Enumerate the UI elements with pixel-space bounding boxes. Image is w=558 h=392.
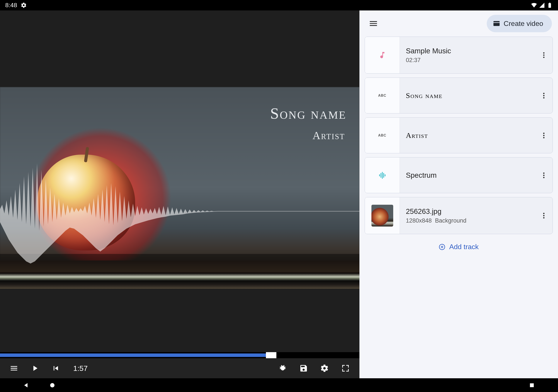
track-title: Song name [406, 92, 529, 100]
svg-rect-24 [530, 383, 534, 387]
spectrum-icon [378, 171, 386, 179]
playback-time: 1:57 [73, 364, 88, 373]
track-icon-cell: ABC [365, 78, 400, 113]
svg-point-17 [543, 213, 544, 214]
bug-icon [278, 364, 287, 373]
fullscreen-button[interactable] [338, 360, 353, 376]
play-button[interactable] [27, 360, 43, 376]
svg-point-4 [543, 95, 544, 96]
battery-icon [547, 2, 553, 8]
hamburger-icon [9, 364, 18, 373]
back-triangle-icon [23, 382, 29, 389]
skip-previous-icon [52, 364, 60, 373]
svg-point-3 [543, 93, 544, 94]
nav-back-button[interactable] [13, 378, 39, 392]
track-icon-cell: ABC [365, 118, 400, 153]
track-more-button[interactable] [535, 118, 553, 153]
track-list: Sample Music 02:37 ABC Song name [359, 37, 558, 234]
track-title: Spectrum [406, 171, 529, 179]
save-button[interactable] [296, 360, 312, 376]
menu-button[interactable] [6, 360, 22, 376]
android-status-bar: 8:48 [0, 0, 558, 10]
gear-icon [320, 364, 329, 373]
add-track-label: Add track [449, 243, 479, 251]
plus-circle-icon [439, 244, 445, 250]
track-card-text-artist[interactable]: ABC Artist [365, 117, 553, 153]
more-vert-icon [543, 92, 545, 99]
track-card-spectrum[interactable]: Spectrum [365, 157, 553, 193]
playback-progress[interactable] [0, 352, 359, 358]
track-title: Artist [406, 131, 529, 140]
svg-point-0 [543, 52, 544, 54]
preview-song-title: Song name [270, 104, 346, 123]
skip-previous-button[interactable] [48, 360, 64, 376]
more-vert-icon [543, 172, 545, 179]
track-more-button[interactable] [535, 197, 553, 234]
svg-point-23 [50, 383, 54, 387]
svg-point-1 [543, 54, 544, 56]
nav-recents-button[interactable] [519, 378, 545, 392]
clapperboard-icon [493, 20, 500, 27]
svg-point-7 [543, 135, 544, 136]
abc-icon: ABC [378, 134, 386, 137]
svg-point-14 [543, 172, 544, 174]
svg-point-8 [543, 137, 544, 138]
signal-icon [539, 2, 545, 8]
track-more-button[interactable] [535, 157, 553, 193]
more-vert-icon [543, 52, 545, 58]
track-duration: 02:37 [406, 57, 529, 64]
svg-point-5 [543, 97, 544, 98]
track-title: 256263.jpg [406, 207, 529, 216]
wifi-icon [531, 2, 537, 8]
track-card-image[interactable]: 256263.jpg 1280x848 Background [365, 197, 553, 234]
track-thumbnail-cell [365, 197, 400, 234]
status-clock: 8:48 [5, 2, 17, 9]
svg-point-15 [543, 174, 544, 176]
music-note-icon [378, 51, 386, 59]
play-icon [31, 364, 39, 373]
android-nav-bar [0, 378, 558, 392]
preview-pane: Song name Artist 1:57 [0, 10, 359, 378]
svg-point-19 [543, 217, 544, 218]
progress-handle[interactable] [266, 352, 276, 358]
track-icon-cell [365, 157, 400, 193]
nav-home-button[interactable] [39, 378, 65, 392]
image-thumbnail [371, 205, 393, 227]
track-panel: Create video Sample Music 02:37 [359, 10, 558, 378]
track-image-info: 1280x848 Background [406, 217, 529, 224]
more-vert-icon [543, 132, 545, 139]
fullscreen-icon [341, 364, 350, 373]
track-title: Sample Music [406, 47, 529, 55]
svg-point-6 [543, 132, 544, 134]
abc-icon: ABC [378, 94, 386, 98]
track-card-text-song[interactable]: ABC Song name [365, 77, 553, 113]
gear-icon [21, 2, 27, 8]
settings-button[interactable] [317, 360, 332, 376]
svg-point-18 [543, 215, 544, 216]
track-icon-cell [365, 37, 400, 73]
add-track-button[interactable]: Add track [359, 243, 558, 251]
track-more-button[interactable] [535, 37, 553, 73]
track-panel-header: Create video [359, 10, 558, 37]
progress-fill [0, 353, 266, 357]
recents-square-icon [529, 382, 535, 389]
create-video-button[interactable]: Create video [487, 15, 552, 32]
create-video-label: Create video [504, 20, 543, 28]
more-vert-icon [543, 212, 545, 219]
track-card-music[interactable]: Sample Music 02:37 [365, 37, 553, 74]
svg-point-16 [543, 177, 544, 178]
playback-controls: 1:57 [0, 358, 359, 378]
track-more-button[interactable] [535, 78, 553, 113]
preview-artist-name: Artist [270, 129, 345, 142]
video-frame: Song name Artist [0, 87, 359, 289]
debug-button[interactable] [275, 360, 291, 376]
home-circle-icon [49, 382, 56, 389]
svg-point-2 [543, 57, 544, 58]
preview-canvas[interactable]: Song name Artist [0, 10, 359, 352]
hamburger-icon [369, 19, 378, 28]
save-icon [299, 364, 308, 373]
panel-menu-button[interactable] [366, 16, 381, 31]
